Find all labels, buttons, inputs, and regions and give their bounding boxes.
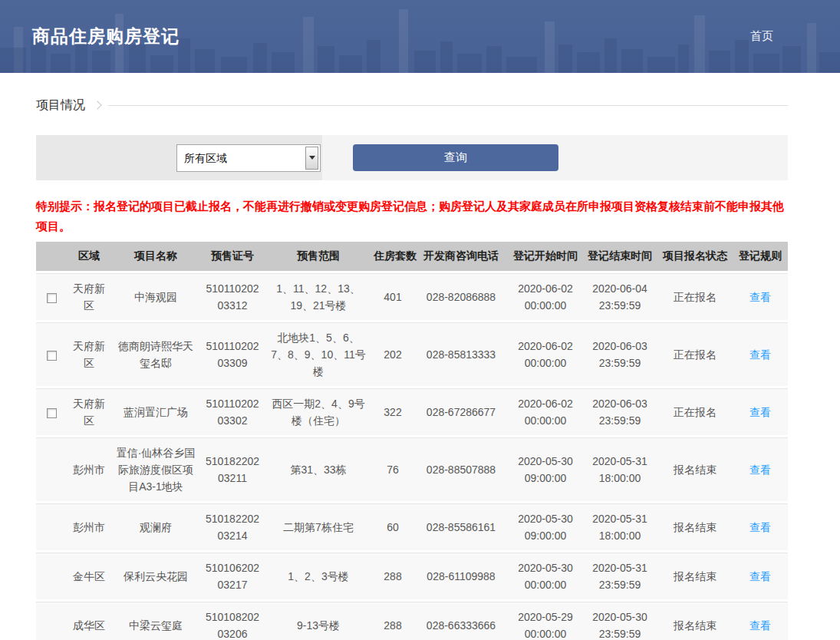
- col-header-end-time: 登记结束时间: [582, 242, 657, 271]
- checkbox-cell: [36, 388, 67, 435]
- presale-scope-cell: 北地块1、5、6、7、8、9、10、11号楼: [265, 322, 372, 386]
- end-time-cell: 2020-05-30 23:59:59: [582, 602, 657, 640]
- table-row: 金牛区保利云央花园510106202032171、2、3号楼288028-611…: [36, 553, 788, 599]
- region-cell: 彭州市: [67, 437, 111, 501]
- chevron-down-icon: [309, 156, 315, 160]
- permit-number-cell: 51010620203217: [200, 553, 265, 599]
- project-name-cell: 观澜府: [111, 503, 200, 550]
- permit-number-cell: 51018220203211: [200, 437, 265, 501]
- status-cell: 正在报名: [657, 322, 733, 386]
- start-time-cell: 2020-05-30 09:00:00: [509, 503, 582, 550]
- region-cell: 天府新区: [67, 273, 111, 320]
- project-name-cell: 保利云央花园: [111, 553, 200, 599]
- main-content: 项目情况 所有区域 查询 特别提示：报名登记的项目已截止报名，不能再进行撤销或变…: [36, 97, 788, 640]
- developer-phone-cell: 028-85586161: [413, 503, 509, 550]
- filter-right-panel: 查询: [322, 135, 788, 180]
- special-notice-text: 特别提示：报名登记的项目已截止报名，不能再进行撤销或变更购房登记信息；购房登记人…: [36, 196, 788, 236]
- start-time-cell: 2020-06-02 00:00:00: [509, 273, 582, 320]
- permit-number-cell: 51010820203206: [200, 602, 265, 640]
- checkbox-cell: [36, 273, 67, 320]
- presale-scope-cell: 1、11、12、13、19、21号楼: [265, 273, 372, 320]
- chevron-right-icon: [93, 101, 101, 109]
- section-divider: [108, 105, 788, 106]
- status-cell: 报名结束: [657, 602, 733, 640]
- unit-count-cell: 288: [372, 602, 413, 640]
- developer-phone-cell: 028-66333666: [413, 602, 509, 640]
- rule-cell: 查看: [733, 437, 788, 501]
- rule-cell: 查看: [733, 503, 788, 550]
- region-select[interactable]: 所有区域: [176, 144, 321, 172]
- status-cell: 报名结束: [657, 553, 733, 599]
- col-header-checkbox: [36, 242, 67, 271]
- view-rule-link[interactable]: 查看: [749, 464, 771, 476]
- project-name-cell: 蓝润置汇广场: [111, 388, 200, 435]
- rule-cell: 查看: [733, 273, 788, 320]
- start-time-cell: 2020-05-30 00:00:00: [509, 553, 582, 599]
- row-select-checkbox[interactable]: [47, 351, 57, 361]
- table-row: 天府新区中海观园510110202033121、11、12、13、19、21号楼…: [36, 273, 788, 320]
- region-cell: 彭州市: [67, 503, 111, 550]
- filter-left-panel: 所有区域: [36, 135, 322, 180]
- start-time-cell: 2020-06-02 00:00:00: [509, 322, 582, 386]
- presale-scope-cell: 西区一期2、4、9号楼（住宅）: [265, 388, 372, 435]
- page-header: 商品住房购房登记 首页: [0, 0, 840, 73]
- end-time-cell: 2020-05-31 23:59:59: [582, 553, 657, 599]
- status-cell: 报名结束: [657, 503, 733, 550]
- developer-phone-cell: 028-82086888: [413, 273, 509, 320]
- permit-number-cell: 51011020203312: [200, 273, 265, 320]
- checkbox-cell: [36, 322, 67, 386]
- permit-number-cell: 51011020203302: [200, 388, 265, 435]
- region-cell: 成华区: [67, 602, 111, 640]
- col-header-unit-count: 住房套数: [372, 242, 413, 271]
- query-button[interactable]: 查询: [353, 144, 558, 171]
- table-row: 彭州市观澜府51018220203214二期第7栋住宅60028-8558616…: [36, 503, 788, 550]
- view-rule-link[interactable]: 查看: [749, 291, 771, 303]
- developer-phone-cell: 028-67286677: [413, 388, 509, 435]
- presale-scope-cell: 9-13号楼: [265, 602, 372, 640]
- presale-scope-cell: 1、2、3号楼: [265, 553, 372, 599]
- status-cell: 正在报名: [657, 273, 733, 320]
- project-name-cell: 中海观园: [111, 273, 200, 320]
- presale-scope-cell: 第31、33栋: [265, 437, 372, 501]
- end-time-cell: 2020-06-04 23:59:59: [582, 273, 657, 320]
- view-rule-link[interactable]: 查看: [749, 348, 771, 361]
- table-row: 天府新区蓝润置汇广场51011020203302西区一期2、4、9号楼（住宅）3…: [36, 388, 788, 435]
- col-header-presale-scope: 预售范围: [265, 242, 372, 271]
- end-time-cell: 2020-06-03 23:59:59: [582, 388, 657, 435]
- end-time-cell: 2020-05-31 18:00:00: [582, 437, 657, 501]
- view-rule-link[interactable]: 查看: [749, 570, 771, 582]
- col-header-region: 区域: [67, 242, 111, 271]
- section-title: 项目情况: [36, 97, 85, 114]
- project-name-cell: 德商朗诗熙华天玺名邸: [111, 322, 200, 386]
- checkbox-cell: [36, 503, 67, 550]
- table-body: 天府新区中海观园510110202033121、11、12、13、19、21号楼…: [36, 273, 788, 640]
- view-rule-link[interactable]: 查看: [749, 619, 771, 632]
- col-header-project-name: 项目名称: [111, 242, 200, 271]
- col-header-status: 项目报名状态: [657, 242, 733, 271]
- nav-home-link[interactable]: 首页: [750, 29, 773, 44]
- table-header-row: 区域 项目名称 预售证号 预售范围 住房套数 开发商咨询电话 登记开始时间 登记…: [36, 242, 788, 271]
- section-header: 项目情况: [36, 97, 788, 114]
- view-rule-link[interactable]: 查看: [749, 406, 771, 418]
- project-name-cell: 置信·仙林谷乡国际旅游度假区项目A3-1地块: [111, 437, 200, 501]
- permit-number-cell: 51018220203214: [200, 503, 265, 550]
- view-rule-link[interactable]: 查看: [749, 521, 771, 533]
- checkbox-cell: [36, 437, 67, 501]
- presale-scope-cell: 二期第7栋住宅: [265, 503, 372, 550]
- region-cell: 天府新区: [67, 388, 111, 435]
- table-row: 彭州市置信·仙林谷乡国际旅游度假区项目A3-1地块51018220203211第…: [36, 437, 788, 501]
- developer-phone-cell: 028-61109988: [413, 553, 509, 599]
- region-select-value: 所有区域: [184, 145, 227, 171]
- developer-phone-cell: 028-88507888: [413, 437, 509, 501]
- rule-cell: 查看: [733, 602, 788, 640]
- status-cell: 报名结束: [657, 437, 733, 501]
- checkbox-cell: [36, 602, 67, 640]
- select-dropdown-button[interactable]: [305, 147, 318, 170]
- col-header-developer-phone: 开发商咨询电话: [413, 242, 509, 271]
- projects-table: 区域 项目名称 预售证号 预售范围 住房套数 开发商咨询电话 登记开始时间 登记…: [36, 239, 788, 640]
- row-select-checkbox[interactable]: [47, 408, 57, 418]
- filter-bar: 所有区域 查询: [36, 135, 788, 180]
- end-time-cell: 2020-05-31 18:00:00: [582, 503, 657, 550]
- unit-count-cell: 60: [372, 503, 413, 550]
- row-select-checkbox[interactable]: [47, 293, 57, 303]
